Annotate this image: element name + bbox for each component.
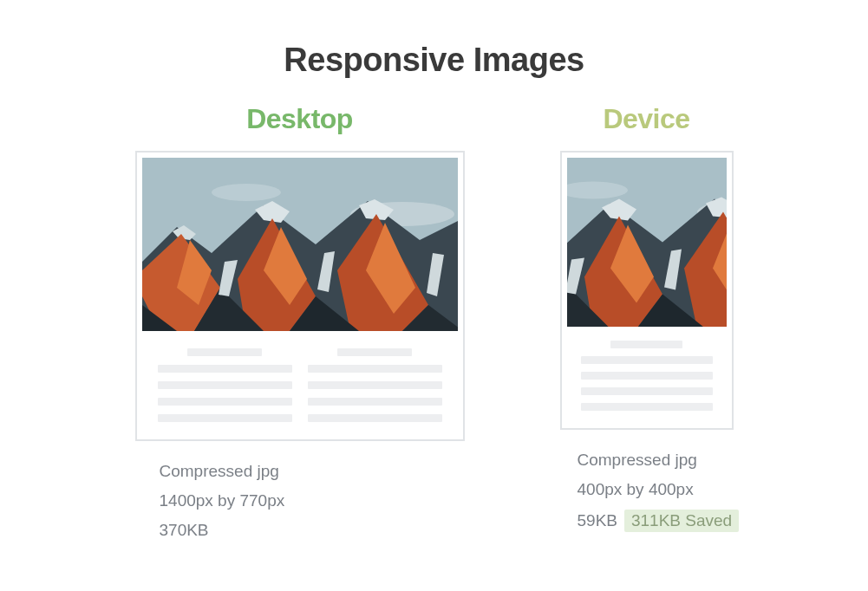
- desktop-card: [135, 151, 465, 441]
- page-title: Responsive Images: [0, 42, 868, 79]
- desktop-heading: Desktop: [246, 103, 353, 135]
- placeholder-line: [158, 414, 292, 422]
- device-dimensions: 400px by 400px: [578, 480, 734, 499]
- placeholder-line: [308, 414, 442, 422]
- desktop-placeholder-text: [142, 331, 458, 427]
- comparison-row: Desktop: [0, 103, 868, 540]
- mountain-icon: [567, 158, 727, 327]
- placeholder-line: [610, 341, 683, 348]
- mountain-icon: [142, 158, 458, 331]
- device-column: Device: [560, 103, 734, 540]
- device-heading: Device: [603, 103, 689, 135]
- placeholder-line: [308, 381, 442, 389]
- placeholder-line: [158, 381, 292, 389]
- placeholder-line: [581, 403, 713, 411]
- device-saved-badge: 311KB Saved: [624, 510, 739, 532]
- placeholder-line: [187, 348, 261, 356]
- device-image: [567, 158, 727, 327]
- placeholder-line: [581, 356, 713, 364]
- placeholder-line: [158, 365, 292, 373]
- desktop-meta: Compressed jpg 1400px by 770px 370KB: [135, 462, 465, 540]
- placeholder-line: [581, 387, 713, 395]
- device-format: Compressed jpg: [578, 451, 734, 470]
- device-size-row: 59KB 311KB Saved: [578, 510, 734, 532]
- svg-point-2: [212, 184, 281, 201]
- desktop-image: [142, 158, 458, 331]
- device-meta: Compressed jpg 400px by 400px 59KB 311KB…: [560, 451, 734, 532]
- placeholder-line: [308, 365, 442, 373]
- placeholder-line: [337, 348, 411, 356]
- device-size: 59KB: [578, 511, 617, 530]
- desktop-size: 370KB: [160, 521, 465, 540]
- desktop-column: Desktop: [135, 103, 465, 540]
- placeholder-line: [581, 372, 713, 380]
- desktop-dimensions: 1400px by 770px: [160, 491, 465, 510]
- desktop-format: Compressed jpg: [160, 462, 465, 481]
- device-placeholder-text: [567, 327, 727, 416]
- placeholder-line: [158, 398, 292, 406]
- placeholder-line: [308, 398, 442, 406]
- device-card: [560, 151, 734, 430]
